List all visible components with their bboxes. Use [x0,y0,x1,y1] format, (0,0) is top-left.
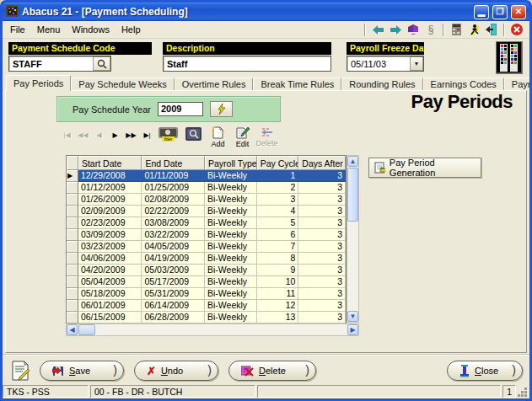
pay-schedule-year-input[interactable]: 2009 [158,102,203,116]
cell[interactable]: 4 [257,206,299,217]
cell[interactable]: Bi-Weekly [205,312,257,323]
cell[interactable]: 9 [257,265,299,276]
cell[interactable]: Bi-Weekly [205,300,257,312]
cell[interactable]: 11 [257,288,299,300]
lookup-button[interactable] [93,56,110,71]
table-row[interactable]: 04/06/200904/19/2009Bi-Weekly83 [67,253,346,265]
horizontal-scrollbar[interactable]: ◀ ▶ [66,323,359,336]
cell[interactable]: Bi-Weekly [205,170,257,182]
cell[interactable]: 3 [298,288,346,300]
table-row[interactable]: 01/26/200902/08/2009Bi-Weekly33 [67,194,346,206]
cell[interactable]: 3 [298,276,346,288]
cell[interactable]: 05/04/2009 [78,276,142,288]
payment-schedule-code-input[interactable]: STAFF [8,56,111,72]
cell[interactable]: 06/28/2009 [142,312,205,323]
cell[interactable]: 02/23/2009 [78,217,142,229]
cell[interactable]: Bi-Weekly [205,265,257,276]
table-row[interactable]: 01/12/200901/25/2009Bi-Weekly23 [67,182,346,194]
stop-icon[interactable] [509,23,524,37]
maximize-button[interactable]: ❐ [492,5,508,19]
cell[interactable]: 02/09/2009 [78,206,142,217]
running-man-icon[interactable] [466,23,481,37]
cell[interactable]: 3 [298,194,346,206]
cell[interactable]: 02/22/2009 [142,206,205,217]
scroll-left-button[interactable]: ◀ [67,324,78,335]
cell[interactable]: 3 [298,170,346,182]
cell[interactable]: 12 [257,300,299,312]
cell[interactable]: 3 [298,312,346,323]
cell[interactable]: 01/25/2009 [142,182,205,194]
cell[interactable]: Bi-Weekly [205,229,257,241]
cell[interactable]: 3 [298,265,346,276]
next-page-button[interactable]: ▶▶ [124,126,138,142]
prev-record-button[interactable]: ◀ [92,126,106,142]
cell[interactable]: Bi-Weekly [205,253,257,265]
minimize-button[interactable]: ▬ [474,5,489,19]
cell[interactable]: 01/12/2009 [78,182,142,194]
cell[interactable]: 03/08/2009 [142,217,205,229]
delete-button[interactable]: Delete ) [228,361,316,381]
cell[interactable]: Bi-Weekly [205,241,257,253]
save-button[interactable]: Save ) [40,361,124,381]
zoom-grid-button[interactable] [183,126,203,142]
cell[interactable]: 12/29/2008 [78,170,142,182]
cell[interactable]: 04/06/2009 [78,253,142,265]
cell[interactable]: 06/15/2009 [78,312,142,323]
hook-icon[interactable]: § [423,23,438,37]
cell[interactable]: 05/18/2009 [78,288,142,300]
menu-file[interactable]: File [4,23,31,36]
calculator-icon[interactable] [449,23,464,37]
cell[interactable]: 13 [257,312,299,323]
tab-earnings-codes[interactable]: Earnings Codes [423,78,504,91]
cell[interactable]: 3 [298,206,346,217]
cell[interactable]: Bi-Weekly [205,276,257,288]
payroll-freeze-date-select[interactable]: 05/11/03 ▼ [347,56,424,72]
first-record-button[interactable]: |◀ [60,126,74,142]
back-arrow-icon[interactable] [370,23,385,37]
cell[interactable]: 06/01/2009 [78,300,142,312]
cell[interactable]: 03/23/2009 [78,241,142,253]
scroll-up-button[interactable]: ▲ [347,156,358,167]
undo-button[interactable]: ✗ Undo ) [134,361,218,381]
chevron-down-icon[interactable]: ▼ [410,56,423,71]
table-row[interactable]: ▶12/29/200801/11/2009Bi-Weekly13 [67,170,346,182]
cell[interactable]: 7 [257,241,299,253]
description-input[interactable]: Staff [163,56,331,72]
menu-help[interactable]: Help [116,23,147,36]
cell[interactable]: 04/19/2009 [142,253,205,265]
cell[interactable]: Bi-Weekly [205,182,257,194]
cell[interactable]: 3 [298,182,346,194]
table-row[interactable]: 03/23/200904/05/2009Bi-Weekly73 [67,241,346,253]
close-button[interactable]: Close ) [447,361,523,381]
cell[interactable]: 3 [298,300,346,312]
delete-record-button[interactable]: Delete [255,126,278,147]
scroll-right-button[interactable]: ▶ [347,324,358,335]
horizontal-scroll-thumb[interactable] [78,324,95,335]
pay-period-generation-button[interactable]: Pay Period Generation [368,158,481,178]
cell[interactable]: 3 [298,217,346,229]
table-row[interactable]: 05/04/200905/17/2009Bi-Weekly103 [67,276,346,288]
table-row[interactable]: 06/15/200906/28/2009Bi-Weekly133 [67,312,346,323]
cell[interactable]: 6 [257,229,299,241]
table-row[interactable]: 03/09/200903/22/2009Bi-Weekly63 [67,229,346,241]
last-record-button[interactable]: ▶| [140,126,154,142]
cell[interactable]: 01/26/2009 [78,194,142,206]
add-button[interactable]: Add [207,126,229,148]
tab-payroll-interface[interactable]: Payroll Interface [504,78,529,91]
cell[interactable]: 03/22/2009 [142,229,205,241]
tab-overtime-rules[interactable]: Overtime Rules [175,78,254,91]
prev-page-button[interactable]: ◀◀ [76,126,90,142]
resize-grip[interactable] [518,385,528,398]
cell[interactable]: 05/31/2009 [142,288,205,300]
cell[interactable]: 3 [257,194,299,206]
cell[interactable]: 04/20/2009 [78,265,142,276]
book-icon[interactable] [406,23,421,37]
vertical-scroll-thumb[interactable] [347,168,358,222]
cell[interactable]: 04/05/2009 [142,241,205,253]
cell[interactable]: 1 [257,170,299,182]
menu-windows[interactable]: Windows [66,23,116,36]
cell[interactable]: 3 [298,253,346,265]
notes-button[interactable] [8,359,31,382]
cell[interactable]: 02/08/2009 [142,194,205,206]
forward-arrow-icon[interactable] [388,23,403,37]
